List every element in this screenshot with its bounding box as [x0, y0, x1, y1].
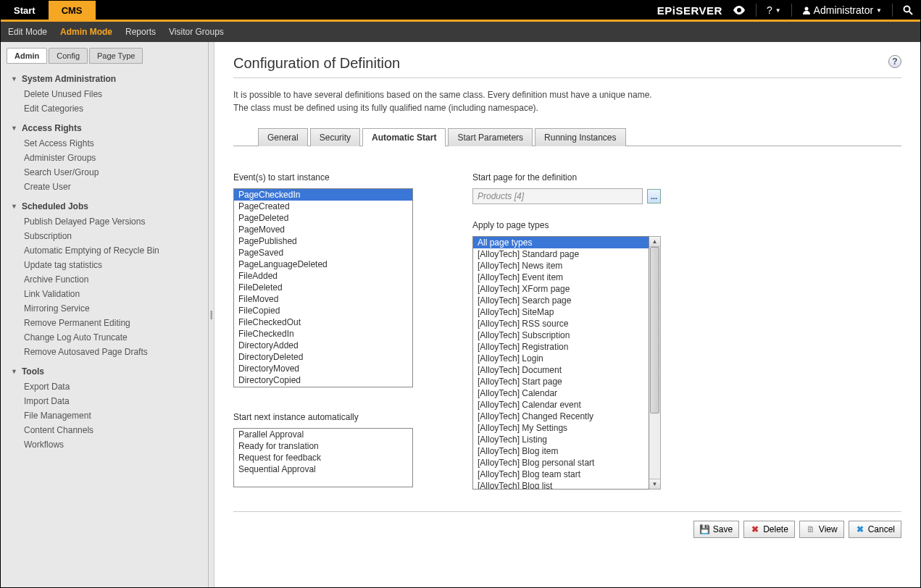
list-item[interactable]: [AlloyTech] Blog personal start [473, 457, 649, 469]
subnav-item-visitor-groups[interactable]: Visitor Groups [169, 27, 224, 37]
tree-item[interactable]: Export Data [7, 379, 208, 394]
list-item[interactable]: Parallel Approval [234, 429, 412, 440]
list-item[interactable]: [AlloyTech] Event item [473, 272, 649, 283]
list-item[interactable]: PageCheckedIn [234, 189, 412, 201]
tree-section-system-administration[interactable]: ▼System Administration [7, 71, 208, 87]
list-item[interactable]: PageCreated [234, 201, 412, 212]
tree-item[interactable]: Automatic Emptying of Recycle Bin [7, 243, 208, 258]
scrollbar[interactable]: ▲ ▼ [649, 236, 661, 490]
tree-item[interactable]: Publish Delayed Page Versions [7, 214, 208, 229]
list-item[interactable]: DirectoryMoved [234, 363, 412, 374]
tree-item[interactable]: Edit Categories [7, 101, 208, 116]
scroll-up-icon[interactable]: ▲ [649, 237, 660, 247]
tree-item[interactable]: Administer Groups [7, 151, 208, 165]
section-tab-general[interactable]: General [258, 128, 308, 146]
tree-item[interactable]: Remove Autosaved Page Drafts [7, 345, 208, 359]
list-item[interactable]: [AlloyTech] Blog team start [473, 469, 649, 480]
tree-section-access-rights[interactable]: ▼Access Rights [7, 120, 208, 136]
list-item[interactable]: FileCheckedIn [234, 328, 412, 340]
pagetypes-listbox[interactable]: All page types[AlloyTech] Standard page[… [472, 236, 649, 490]
list-item[interactable]: DirectoryDeleted [234, 351, 412, 363]
tree-item[interactable]: Content Channels [7, 423, 208, 437]
list-item[interactable]: [AlloyTech] Blog item [473, 445, 649, 457]
list-item[interactable]: DirectoryAdded [234, 340, 412, 351]
list-item[interactable]: [AlloyTech] RSS source [473, 318, 649, 329]
list-item[interactable]: All page types [473, 237, 649, 248]
list-item[interactable]: PagePublished [234, 235, 412, 247]
tree-item[interactable]: File Management [7, 408, 208, 423]
list-item[interactable]: [AlloyTech] Calendar event [473, 399, 649, 411]
tree-item[interactable]: Update tag statistics [7, 258, 208, 272]
topbar-tab-start[interactable]: Start [1, 1, 49, 20]
list-item[interactable]: [AlloyTech] Blog list [473, 480, 649, 490]
admin-tab-page-type[interactable]: Page Type [89, 48, 143, 64]
tree-section-scheduled-jobs[interactable]: ▼Scheduled Jobs [7, 198, 208, 214]
list-item[interactable]: [AlloyTech] Login [473, 353, 649, 364]
eye-icon[interactable] [733, 6, 746, 14]
list-item[interactable]: FileAdded [234, 270, 412, 282]
tree-item[interactable]: Archive Function [7, 272, 208, 287]
list-item[interactable]: [AlloyTech] Listing [473, 434, 649, 445]
tree-item[interactable]: Import Data [7, 394, 208, 408]
list-item[interactable]: Sequential Approval [234, 463, 412, 475]
list-item[interactable]: FileDeleted [234, 282, 412, 293]
list-item[interactable]: [AlloyTech] Calendar [473, 387, 649, 399]
list-item[interactable]: [AlloyTech] My Settings [473, 422, 649, 434]
cancel-button[interactable]: ✖Cancel [849, 521, 901, 538]
list-item[interactable]: [AlloyTech] XForm page [473, 283, 649, 295]
tree-item[interactable]: Mirroring Service [7, 301, 208, 316]
section-tab-automatic-start[interactable]: Automatic Start [362, 128, 446, 146]
list-item[interactable]: [AlloyTech] Document [473, 364, 649, 376]
list-item[interactable]: Ready for translation [234, 440, 412, 452]
tree-item[interactable]: Subscription [7, 229, 208, 243]
tree-item[interactable]: Remove Permanent Editing [7, 316, 208, 330]
save-button[interactable]: 💾Save [693, 521, 739, 538]
tree-item[interactable]: Link Validation [7, 287, 208, 301]
list-item[interactable]: [AlloyTech] Start page [473, 376, 649, 387]
view-button[interactable]: 🗎View [799, 521, 844, 538]
list-item[interactable]: PageDeleted [234, 212, 412, 224]
splitter[interactable]: •••• [209, 42, 214, 587]
search-icon[interactable] [903, 5, 913, 15]
delete-button[interactable]: ✖Delete [743, 521, 795, 538]
subnav-item-admin-mode[interactable]: Admin Mode [60, 27, 112, 37]
tree-item[interactable]: Change Log Auto Truncate [7, 330, 208, 345]
admin-tab-admin[interactable]: Admin [7, 48, 47, 64]
events-listbox[interactable]: PageCheckedInPageCreatedPageDeletedPageM… [233, 188, 413, 387]
subnav-item-edit-mode[interactable]: Edit Mode [8, 27, 47, 37]
list-item[interactable]: [AlloyTech] Registration [473, 341, 649, 353]
list-item[interactable]: FileCopied [234, 305, 412, 316]
section-tab-security[interactable]: Security [310, 128, 360, 146]
next-instance-listbox[interactable]: Parallel ApprovalReady for translationRe… [233, 428, 413, 487]
section-tab-running-instances[interactable]: Running Instances [535, 128, 625, 146]
admin-tab-config[interactable]: Config [49, 48, 88, 64]
tree-item[interactable]: Search User/Group [7, 165, 208, 180]
browse-button[interactable]: ... [647, 189, 661, 203]
list-item[interactable]: PageLanguageDeleted [234, 259, 412, 270]
list-item[interactable]: FileCheckedOut [234, 316, 412, 328]
tree-item[interactable]: Set Access Rights [7, 136, 208, 151]
tree-item[interactable]: Create User [7, 180, 208, 194]
subnav-item-reports[interactable]: Reports [125, 27, 156, 37]
list-item[interactable]: PageMoved [234, 224, 412, 235]
tree-item[interactable]: Workflows [7, 437, 208, 452]
startpage-input[interactable] [472, 188, 643, 204]
topbar-tab-cms[interactable]: CMS [49, 1, 96, 20]
list-item[interactable]: DirectoryCopied [234, 374, 412, 386]
help-icon[interactable]: ? [888, 55, 901, 68]
scroll-thumb[interactable] [650, 247, 659, 413]
list-item[interactable]: [AlloyTech] Standard page [473, 248, 649, 260]
list-item[interactable]: FileMoved [234, 293, 412, 305]
list-item[interactable]: [AlloyTech] Changed Recently [473, 411, 649, 422]
user-menu[interactable]: Administrator ▼ [802, 4, 882, 16]
list-item[interactable]: Request for feedback [234, 452, 412, 463]
help-menu[interactable]: ? ▼ [767, 4, 781, 16]
scroll-down-icon[interactable]: ▼ [649, 479, 660, 489]
section-tab-start-parameters[interactable]: Start Parameters [448, 128, 533, 146]
tree-section-tools[interactable]: ▼Tools [7, 364, 208, 379]
list-item[interactable]: [AlloyTech] Subscription [473, 329, 649, 341]
list-item[interactable]: PageSaved [234, 247, 412, 259]
list-item[interactable]: [AlloyTech] News item [473, 260, 649, 272]
list-item[interactable]: [AlloyTech] Search page [473, 295, 649, 306]
tree-item[interactable]: Delete Unused Files [7, 87, 208, 101]
